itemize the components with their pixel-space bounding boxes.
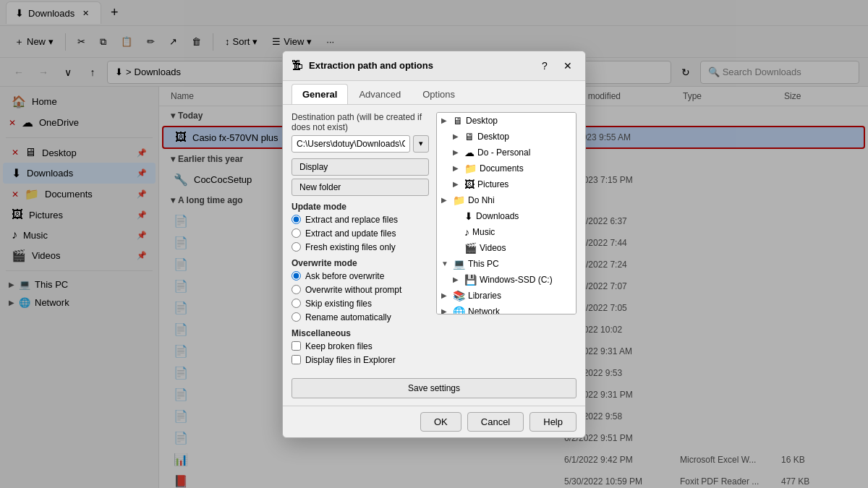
tree-toggle: ▶ xyxy=(441,307,450,314)
modal-icon: 🗜 xyxy=(292,59,303,72)
modal-action-bar: OK Cancel Help xyxy=(283,406,585,437)
tree-toggle: ▶ xyxy=(441,196,450,204)
tree-item-pictures[interactable]: ▶ 🖼 Pictures xyxy=(437,176,576,192)
misc-label-1: Display files in Explorer xyxy=(305,355,396,365)
tree-icon: 💾 xyxy=(464,274,477,286)
tree-toggle: ▶ xyxy=(453,148,461,156)
tree-item-thispc[interactable]: ▼ 💻 This PC xyxy=(437,256,576,272)
tree-item-libraries[interactable]: ▶ 📚 Libraries xyxy=(437,288,576,304)
tree-item-windowsssd[interactable]: ▶ 💾 Windows-SSD (C:) xyxy=(437,272,576,288)
overwrite-mode-label: Overwrite mode xyxy=(292,258,429,268)
overwrite-option-2[interactable]: Skip existing files xyxy=(292,299,429,309)
dest-input-row: ▾ xyxy=(292,135,429,153)
tab-options[interactable]: Options xyxy=(412,84,466,104)
overwrite-label-2: Skip existing files xyxy=(305,299,372,309)
tree-toggle: ▶ xyxy=(453,164,461,172)
misc-check-1[interactable] xyxy=(292,355,301,364)
modal-close-button[interactable]: ✕ xyxy=(559,57,576,74)
misc-option-1[interactable]: Display files in Explorer xyxy=(292,355,429,365)
update-label-0: Extract and replace files xyxy=(305,215,398,225)
tree-toggle: ▶ xyxy=(453,180,461,188)
tree-toggle: ▶ xyxy=(453,132,461,140)
modal-overlay: 🗜 Extraction path and options ? ✕ Genera… xyxy=(0,0,868,488)
modal-footer: Save settings xyxy=(283,378,585,406)
misc-label-0: Keep broken files xyxy=(305,341,373,351)
update-label-2: Fresh existing files only xyxy=(305,242,396,252)
overwrite-option-0[interactable]: Ask before overwrite xyxy=(292,271,429,281)
dest-dropdown-button[interactable]: ▾ xyxy=(413,135,429,153)
tree-label: Libraries xyxy=(468,291,501,301)
tree-icon: 📁 xyxy=(453,194,465,206)
tree-item-desktop2[interactable]: ▶ 🖥 Desktop xyxy=(437,129,576,145)
modal-tabs: General Advanced Options xyxy=(283,81,585,105)
tree-icon: 🖥 xyxy=(464,131,475,142)
tree-icon: ⬇ xyxy=(464,210,473,222)
tab-general[interactable]: General xyxy=(292,84,348,104)
tree-item-videos[interactable]: 🎬 Videos xyxy=(437,240,576,256)
overwrite-option-3[interactable]: Rename automatically xyxy=(292,312,429,322)
misc-check-0[interactable] xyxy=(292,341,301,351)
update-option-2[interactable]: Fresh existing files only xyxy=(292,242,429,252)
tree-icon: 🌐 xyxy=(453,306,465,314)
update-label-1: Extract and update files xyxy=(305,228,396,239)
update-radio-0[interactable] xyxy=(292,215,301,224)
tab-advanced[interactable]: Advanced xyxy=(348,84,412,104)
dest-path-input[interactable] xyxy=(292,135,410,153)
tree-label: Videos xyxy=(480,243,506,253)
overwrite-label-3: Rename automatically xyxy=(305,312,391,322)
tree-item-network[interactable]: ▶ 🌐 Network xyxy=(437,304,576,314)
misc-option-0[interactable]: Keep broken files xyxy=(292,341,429,351)
tree-label: Desktop xyxy=(477,132,509,142)
tree-label: Windows-SSD (C:) xyxy=(480,275,553,285)
tree-item-documents[interactable]: ▶ 📁 Documents xyxy=(437,160,576,176)
display-button[interactable]: Display xyxy=(292,158,429,176)
update-radio-1[interactable] xyxy=(292,228,301,238)
modal-title: Extraction path and options xyxy=(309,60,530,71)
ok-button[interactable]: OK xyxy=(420,412,461,432)
modal-body: Destination path (will be created if doe… xyxy=(283,105,585,378)
tree-label: Music xyxy=(472,227,495,237)
cancel-button[interactable]: Cancel xyxy=(467,412,524,432)
save-settings-button[interactable]: Save settings xyxy=(292,378,576,398)
tree-label: This PC xyxy=(468,259,499,269)
tree-label: Do - Personal xyxy=(477,147,530,158)
overwrite-option-1[interactable]: Overwrite without prompt xyxy=(292,285,429,295)
new-folder-button[interactable]: New folder xyxy=(292,179,429,196)
update-option-0[interactable]: Extract and replace files xyxy=(292,215,429,225)
overwrite-radio-2[interactable] xyxy=(292,299,301,308)
tree-toggle: ▶ xyxy=(441,116,450,124)
overwrite-radio-0[interactable] xyxy=(292,271,301,281)
tree-icon: 📁 xyxy=(464,163,477,174)
misc-group: Keep broken files Display files in Explo… xyxy=(292,341,429,365)
overwrite-radio-1[interactable] xyxy=(292,285,301,294)
extraction-modal: 🗜 Extraction path and options ? ✕ Genera… xyxy=(282,51,586,438)
update-mode-label: Update mode xyxy=(292,202,429,212)
tree-icon: ☁ xyxy=(464,147,475,158)
tree-label: Pictures xyxy=(477,179,509,189)
overwrite-label-0: Ask before overwrite xyxy=(305,271,384,281)
tree-toggle: ▼ xyxy=(441,260,450,267)
tree-label: Desktop xyxy=(466,116,498,126)
tree-icon: 📚 xyxy=(453,290,465,301)
tree-label: Do Nhi xyxy=(468,195,495,205)
update-mode-group: Extract and replace files Extract and up… xyxy=(292,215,429,252)
tree-item-donhi[interactable]: ▶ 📁 Do Nhi xyxy=(437,192,576,208)
tree-label: Documents xyxy=(480,163,524,174)
tree-item-music[interactable]: ♪ Music xyxy=(437,224,576,240)
tree-item-downloads[interactable]: ⬇ Downloads xyxy=(437,208,576,224)
tree-item-desktop1[interactable]: ▶ 🖥 Desktop xyxy=(437,113,576,129)
dest-action-buttons: Display New folder xyxy=(292,158,429,196)
tree-label: Network xyxy=(468,307,500,314)
tree-item-dopersonal[interactable]: ▶ ☁ Do - Personal xyxy=(437,145,576,160)
tree-toggle: ▶ xyxy=(441,291,450,299)
update-option-1[interactable]: Extract and update files xyxy=(292,228,429,239)
modal-help-button[interactable]: ? xyxy=(536,57,553,74)
overwrite-radio-3[interactable] xyxy=(292,312,301,322)
folder-tree-panel: ▶ 🖥 Desktop ▶ 🖥 Desktop ▶ ☁ Do - Persona… xyxy=(436,112,576,314)
modal-left-panel: Destination path (will be created if doe… xyxy=(292,112,429,371)
tree-icon: 🖥 xyxy=(453,115,463,127)
dest-label: Destination path (will be created if doe… xyxy=(292,112,429,132)
update-radio-2[interactable] xyxy=(292,242,301,252)
help-button[interactable]: Help xyxy=(529,412,576,432)
overwrite-mode-group: Ask before overwrite Overwrite without p… xyxy=(292,271,429,322)
